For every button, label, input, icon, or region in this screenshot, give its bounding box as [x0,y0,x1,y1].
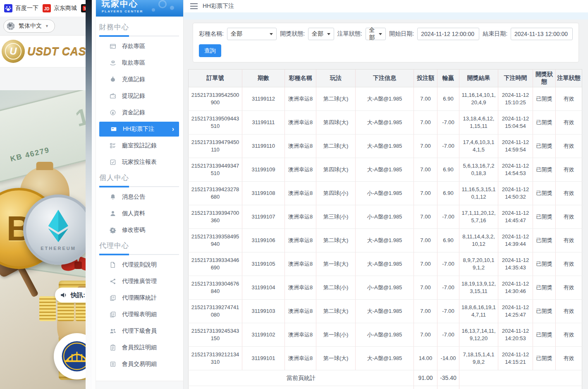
bell-icon [109,194,116,201]
cell-play-type: 第二球(大) [316,300,356,323]
bets-table: 訂單號 期數 彩種名稱 玩法 下注信息 投注額 輸贏 開獎結果 下注時間 開獎狀… [188,69,582,389]
sidebar-menu-item[interactable]: 代理下級會員 [98,323,180,339]
table-row[interactable]: 2152173139479450110 31199110 澳洲幸运8 第二球(大… [189,134,582,158]
screen: 百度一下 JD 京东商城 T 天猫 繁体中文 ▼ U USDT CASINO [0,0,588,389]
table-row[interactable]: 2152173139542500900 31199112 澳洲幸运8 第二球(大… [189,87,582,111]
sidebar-menu-item[interactable]: 個人資料 [98,205,180,222]
chevron-down-icon [270,33,273,35]
draw-status-select[interactable]: 全部 [308,28,334,40]
menu-item-label: 代理規則說明 [122,261,157,269]
column-header: 玩法 [316,70,356,87]
table-row[interactable]: 2152173139304676840 31199104 澳洲幸运8 第二球(小… [189,276,582,300]
page-summary-winloss: -35.40 [437,370,459,386]
wallet-icon [109,93,116,100]
end-date-label: 結束日期: [483,30,507,38]
search-button[interactable]: 查詢 [199,44,221,57]
cell-period: 31199105 [242,252,285,276]
cell-bet-info: 小-A盤@1.985 [356,182,414,205]
user-icon [109,210,116,217]
cell-bet-info: 大-A盤@1.985 [356,347,414,370]
table-row[interactable]: 2152173139334346690 31199105 澳洲幸运8 第一球(大… [189,252,582,276]
cell-bet-amount: 7.00 [414,111,437,134]
bookmark-label: 京东商城 [54,5,77,12]
cell-draw-status: 已開獎 [533,158,556,182]
sidebar-menu-item[interactable]: 代理規則說明 [98,257,180,273]
ethereum-logo-icon [45,209,71,243]
column-header: 訂單號 [189,70,242,87]
cell-bet-info: 小-A盤@1.985 [356,205,414,229]
language-selector[interactable]: 繁体中文 ▼ [3,19,55,33]
cell-lottery-name: 澳洲幸运8 [285,182,316,205]
menu-item-label: 會員投註明細 [122,344,157,351]
sidebar-menu-item[interactable]: HH彩票下注 [99,122,179,137]
document-icon [109,262,116,269]
column-header: 彩種名稱 [285,70,316,87]
cell-draw-result: 18,8,6,16,19,14,7,11 [459,300,498,323]
sidebar-menu-item[interactable]: 廳室投註記錄 [98,137,180,154]
cell-order-number: 2152173139479450110 [189,134,242,158]
cell-draw-result: 7,18,15,1,4,19,8,2 [459,347,498,370]
cell-win-loss: 6.90 [437,87,459,111]
sidebar-menu-item[interactable]: 玩家投注報表 [98,154,180,170]
cell-draw-status: 已開獎 [533,229,556,252]
cell-bet-amount: 7.00 [414,205,437,229]
logo-row: U USDT CASINO [0,36,96,67]
sidebar-menu-item[interactable]: 代理團隊統計 [98,290,180,306]
sidebar-menu-item[interactable]: 取款專區 [98,55,180,71]
table-row[interactable]: 2152173139212134310 31199101 澳洲幸运8 第一球(大… [189,347,582,370]
menu-item-label: 提現記錄 [122,92,145,100]
section-divider [99,36,179,36]
section-divider [99,254,179,255]
cell-bet-time: 2024-11-12 14:45:47 [498,205,533,229]
start-date-input[interactable] [417,28,479,40]
cell-lottery-name: 澳洲幸运8 [285,276,316,300]
total-summary-empty [459,386,582,389]
speaker-icon [60,291,67,299]
order-status-select[interactable]: 全部 [366,28,386,40]
table-row[interactable]: 2152173139423278680 31199108 澳洲幸运8 第四球(小… [189,182,582,205]
cell-order-status: 有效 [556,182,582,205]
personal-menu: 消息公告 個人資料 修改密碼 [98,189,180,238]
sidebar-menu-item[interactable]: 會員投註明細 [98,339,180,356]
gear-icon [109,227,116,234]
section-heading-finance: 財務中心 [98,22,180,32]
member-transactions-icon [109,361,116,368]
cell-bet-time: 2024-11-12 14:35:43 [498,252,533,276]
cell-order-number: 2152173139274741080 [189,300,242,323]
table-row[interactable]: 2152173139274741080 31199103 澳洲幸运8 第二球(大… [189,300,582,323]
table-row[interactable]: 2152173139358495940 31199106 澳洲幸运8 第二球(大… [189,229,582,252]
cell-lottery-name: 澳洲幸运8 [285,87,316,111]
cell-draw-result: 16,13,7,14,11,9,12,20 [459,323,498,347]
bookmark-baidu[interactable]: 百度一下 [4,4,38,12]
sidebar-menu-item[interactable]: 會員交易明細 [98,356,180,372]
table-row[interactable]: 2152173139509443510 31199111 澳洲幸运8 第四球(大… [189,111,582,134]
section-heading-personal: 個人中心 [98,173,180,182]
language-label: 繁体中文 [19,22,42,30]
sidebar-menu-item[interactable]: 代理推廣管理 [98,273,180,290]
menu-toggle-icon[interactable] [190,3,198,9]
end-date-input[interactable] [511,28,573,40]
cell-order-status: 有效 [556,205,582,229]
cell-draw-result: 11,16,14,10,1,20,4,9 [459,87,498,111]
sidebar-menu-item[interactable]: 資金記錄 [98,104,180,121]
cell-lottery-name: 澳洲幸运8 [285,111,316,134]
table-row[interactable]: 2152173139394700360 31199107 澳洲幸运8 第三球(小… [189,205,582,229]
share-icon [109,278,116,285]
sidebar-menu-item[interactable]: 充值記錄 [98,71,180,88]
sidebar-menu-item[interactable]: 存款專區 [98,38,180,55]
menu-item-label: 個人資料 [122,210,145,217]
table-row[interactable]: 2152173139449347510 31199109 澳洲幸运8 第四球(大… [189,158,582,182]
sidebar-footer [96,381,183,389]
section-divider [99,186,179,187]
lottery-select[interactable]: 全部 [227,28,277,40]
page-summary-row: 當前頁統計 91.00 -35.40 [189,370,582,386]
controller-pattern-icon [146,0,179,17]
bookmark-jd[interactable]: JD 京东商城 [43,4,77,12]
sidebar-menu-item[interactable]: 修改密碼 [98,222,180,238]
sidebar-menu-item[interactable]: 代理報表明細 [98,306,180,323]
sidebar-menu-item[interactable]: 消息公告 [98,189,180,205]
cell-order-number: 2152173139542500900 [189,87,242,111]
sidebar-menu-item[interactable]: 提現記錄 [98,88,180,104]
table-row[interactable]: 2152173139245343150 31199102 澳洲幸运8 第一球(小… [189,323,582,347]
cell-bet-info: 大-A盤@1.985 [356,87,414,111]
